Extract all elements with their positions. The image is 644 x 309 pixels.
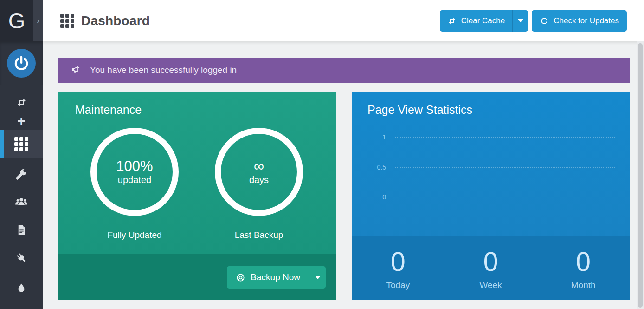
check-updates-label: Check for Updates — [554, 16, 619, 26]
backup-now-label: Backup Now — [251, 272, 300, 283]
backup-split-button: Backup Now — [227, 266, 326, 289]
dashboard-icon — [60, 14, 74, 28]
sidebar-item-plugins[interactable] — [0, 244, 43, 272]
updated-ring: 100% updated — [90, 128, 179, 216]
stat-week-label: Week — [479, 280, 502, 290]
scrollbar-thumb[interactable] — [638, 43, 643, 308]
sidebar-item-users[interactable] — [0, 188, 43, 216]
wrench-icon — [15, 168, 27, 180]
sidebar-item-pages[interactable] — [0, 216, 43, 244]
stat-week-value: 0 — [483, 249, 498, 275]
stat-today-label: Today — [386, 280, 410, 290]
updated-label: Fully Updated — [90, 230, 179, 240]
gridline-1: 1 — [367, 132, 615, 142]
ytick-label: 0 — [367, 193, 386, 201]
stats-title: Page View Statistics — [352, 92, 630, 117]
backup-now-button[interactable]: Backup Now — [227, 266, 309, 289]
stat-month-label: Month — [571, 280, 596, 290]
gridline — [393, 167, 615, 168]
plus-icon: + — [17, 114, 26, 128]
check-updates-button[interactable]: Check for Updates — [532, 10, 627, 32]
ytick-label: 1 — [367, 133, 386, 141]
stat-week: 0 Week — [444, 236, 537, 300]
power-block — [0, 41, 43, 85]
stat-month: 0 Month — [537, 236, 630, 300]
sidebar-item-add[interactable]: + — [0, 112, 43, 130]
caret-down-icon — [518, 19, 523, 22]
content-area: You have been successfully logged in Mai… — [43, 41, 644, 309]
gridline — [393, 137, 615, 138]
maintenance-title: Maintenance — [58, 92, 336, 117]
logo-block: G › — [0, 0, 43, 41]
clear-cache-split-button: Clear Cache — [440, 10, 528, 32]
life-ring-icon — [236, 273, 245, 283]
maintenance-circles: 100% updated ∞ days — [58, 128, 336, 216]
backup-ring: ∞ days — [215, 128, 303, 216]
sidebar: G › + — [0, 0, 43, 309]
updated-sub: updated — [118, 175, 151, 185]
success-alert[interactable]: You have been successfully logged in — [58, 58, 630, 83]
chevron-right-icon: › — [37, 16, 39, 26]
page-title: Dashboard — [81, 13, 150, 28]
sidebar-nav: + — [0, 85, 43, 302]
users-icon — [15, 196, 28, 209]
scrollbar-track[interactable] — [637, 41, 644, 309]
stats-panel: Page View Statistics 1 0.5 0 0 Today — [352, 92, 630, 300]
backup-label: Last Backup — [215, 230, 303, 240]
megaphone-icon — [71, 65, 83, 76]
power-icon — [13, 55, 30, 72]
stat-month-value: 0 — [576, 249, 591, 275]
clear-cache-dropdown-button[interactable] — [512, 10, 528, 32]
maintenance-labels: Fully Updated Last Backup — [58, 230, 336, 240]
backup-sub: days — [249, 175, 269, 185]
droplet-icon — [16, 283, 27, 294]
sync-icon — [16, 97, 27, 108]
stat-today-value: 0 — [391, 249, 406, 275]
alert-message: You have been successfully logged in — [90, 65, 237, 75]
sidebar-item-backups[interactable] — [0, 274, 43, 302]
backup-value: ∞ — [254, 158, 264, 174]
caret-down-icon — [315, 276, 321, 279]
refresh-icon — [540, 16, 549, 26]
sidebar-item-dashboard[interactable] — [0, 130, 43, 158]
clear-cache-label: Clear Cache — [461, 16, 505, 26]
topbar: Dashboard Clear Cache Check for — [43, 0, 644, 41]
sidebar-item-theme[interactable] — [0, 160, 43, 188]
sidebar-item-sync[interactable] — [0, 93, 43, 112]
sidebar-expand-strip[interactable]: › — [33, 0, 43, 41]
gridline — [393, 197, 615, 197]
maintenance-footer: Backup Now — [58, 254, 336, 300]
gridline-05: 0.5 — [367, 162, 615, 172]
gridline-0: 0 — [367, 192, 615, 202]
plug-icon — [15, 252, 28, 264]
stat-today: 0 Today — [352, 236, 444, 300]
clear-cache-button[interactable]: Clear Cache — [440, 10, 513, 32]
file-icon — [16, 224, 27, 236]
topbar-buttons: Clear Cache Check for Updates — [440, 10, 627, 32]
logout-power-button[interactable] — [7, 49, 36, 78]
maintenance-panel: Maintenance 100% updated ∞ days Fully Up… — [58, 92, 336, 300]
sync-icon — [447, 16, 457, 26]
backup-dropdown-button[interactable] — [309, 266, 326, 289]
updated-value: 100% — [116, 158, 153, 174]
app-logo[interactable]: G — [0, 0, 33, 41]
grid-icon — [14, 137, 28, 151]
ytick-label: 0.5 — [367, 164, 386, 171]
main-area: Dashboard Clear Cache Check for — [43, 0, 644, 309]
panels-row: Maintenance 100% updated ∞ days Fully Up… — [58, 92, 630, 300]
stats-footer: 0 Today 0 Week 0 Month — [352, 236, 630, 300]
